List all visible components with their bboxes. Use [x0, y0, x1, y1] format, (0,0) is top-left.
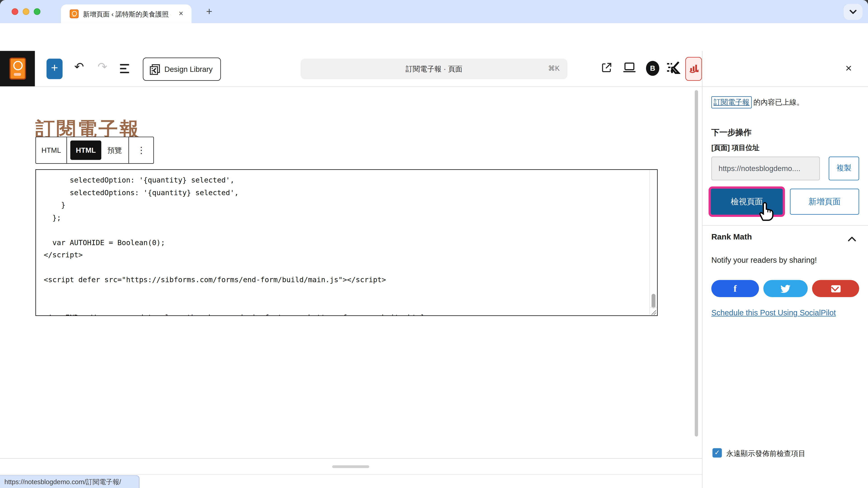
external-link-icon: [600, 62, 612, 73]
editor-scrollbar[interactable]: [694, 90, 698, 436]
view-site-button[interactable]: [600, 62, 612, 76]
share-email-button[interactable]: [812, 280, 859, 297]
list-view-icon: [120, 63, 132, 74]
post-publish-sidebar: × 訂閱電子報的內容已上線。 下一步操作 [頁面] 項目位址 https://n…: [702, 51, 868, 488]
design-library-button[interactable]: Design Library: [143, 58, 221, 81]
redo-button[interactable]: ↷: [95, 60, 110, 77]
zoom-window-traffic-light[interactable]: [34, 8, 40, 15]
browser-toolbar: ← → ↻ notesblogdemo.com/wp-admin/post.ph…: [0, 23, 868, 51]
kadence-plugin-button[interactable]: [666, 60, 680, 77]
prepublish-checkbox-label[interactable]: 永遠顯示發佈前檢查項目: [726, 449, 805, 459]
undo-button[interactable]: ↶: [72, 60, 86, 77]
tab-html[interactable]: HTML: [70, 140, 101, 160]
rank-math-panel-title: Rank Math: [711, 232, 752, 241]
passport-logo-icon: [9, 58, 26, 80]
textarea-resize-handle[interactable]: [650, 307, 657, 315]
block-type-indicator[interactable]: HTML: [36, 137, 67, 163]
copy-button[interactable]: 複製: [829, 157, 859, 180]
resize-grip-icon: [650, 309, 656, 315]
tab-search-button[interactable]: [844, 4, 862, 20]
collapse-panel-button[interactable]: [847, 234, 856, 244]
published-message: 訂閱電子報的內容已上線。: [711, 96, 861, 108]
tab-title: 新增頁面 ‹ 諾特斯的美食護照 —: [83, 10, 170, 18]
socialpilot-link[interactable]: Schedule this Post Using SocialPilot: [711, 308, 836, 317]
share-prompt: Notify your readers by sharing!: [711, 256, 817, 264]
block-toolbar: HTML HTML 預覽 ⋮: [35, 137, 154, 164]
facebook-icon: f: [711, 280, 759, 297]
twitter-icon: [780, 285, 790, 293]
new-page-button[interactable]: 新增頁面: [790, 189, 859, 215]
design-library-label: Design Library: [164, 65, 213, 73]
command-shortcut: ⌘K: [548, 59, 560, 79]
email-icon: [831, 285, 840, 292]
design-library-icon: [149, 63, 160, 75]
chevron-up-icon: [847, 236, 856, 242]
textarea-scrollbar[interactable]: [649, 170, 657, 315]
block-inserter-button[interactable]: +: [46, 59, 63, 79]
published-message-suffix: 的內容已上線。: [753, 98, 804, 106]
close-sidebar-icon[interactable]: ×: [842, 62, 855, 75]
next-steps-heading: 下一步操作: [711, 127, 752, 138]
browser-window: 新增頁面 ‹ 諾特斯的美食護照 — × + ← → ↻ notesblogdem…: [0, 0, 868, 488]
preview-button[interactable]: [623, 62, 636, 76]
close-tab-icon[interactable]: ×: [176, 9, 186, 19]
new-tab-button[interactable]: +: [203, 5, 216, 18]
sidebar-divider: [703, 86, 868, 87]
site-logo-button[interactable]: [0, 51, 35, 86]
tab-preview[interactable]: 預覽: [101, 145, 128, 155]
tab-strip: 新增頁面 ‹ 諾特斯的美食護照 — × +: [0, 0, 868, 23]
sidebar-divider: [703, 225, 868, 226]
close-window-traffic-light[interactable]: [11, 8, 18, 15]
rank-math-analytics-button[interactable]: [685, 57, 702, 80]
prepublish-checkbox[interactable]: ✓: [712, 448, 722, 458]
block-options-button[interactable]: ⋮: [129, 137, 153, 163]
hand-cursor: [756, 198, 777, 225]
laptop-icon: [623, 62, 636, 73]
kadence-icon: [666, 60, 680, 75]
share-facebook-button[interactable]: f: [711, 280, 759, 297]
page-address-input[interactable]: https://notesblogdemo....: [711, 157, 820, 180]
minimize-window-traffic-light[interactable]: [23, 8, 29, 15]
html-code-textarea[interactable]: selectedOption: '{quantity} selected', s…: [35, 169, 658, 316]
analytics-chart-icon: [689, 64, 700, 75]
published-page-link[interactable]: 訂閱電子報: [711, 96, 752, 108]
document-command-bar[interactable]: 訂閱電子報 · 頁面 ⌘K: [301, 59, 567, 79]
editor-canvas: 訂閱電子報 HTML HTML 預覽 ⋮ selectedOption: '{q…: [0, 87, 702, 488]
textarea-scrollbar-thumb[interactable]: [651, 294, 655, 308]
page-address-label: [頁面] 項目位址: [711, 143, 760, 153]
chevron-down-icon: [849, 9, 857, 15]
resize-drag-handle[interactable]: [332, 465, 369, 468]
canvas-bottom-divider: [0, 458, 702, 459]
share-twitter-button[interactable]: [763, 280, 808, 297]
browser-tab-active[interactable]: 新增頁面 ‹ 諾特斯的美食護照 — ×: [61, 4, 191, 23]
list-view-button[interactable]: [120, 63, 132, 76]
status-url-tooltip: https://notesblogdemo.com/訂閱電子報/: [0, 475, 140, 488]
brevo-plugin-button[interactable]: B: [646, 61, 659, 76]
code-content[interactable]: selectedOption: '{quantity} selected', s…: [36, 170, 647, 316]
canvas-bottom-divider-2: [0, 474, 702, 475]
site-favicon-icon: [70, 9, 79, 18]
document-title: 訂閱電子報 · 頁面: [301, 59, 567, 79]
html-preview-switch: HTML 預覽: [67, 137, 129, 163]
